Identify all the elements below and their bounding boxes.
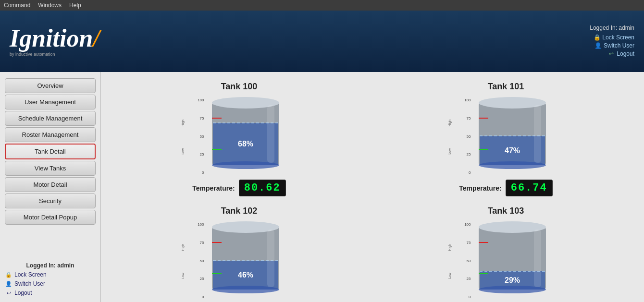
switch-user-label: Switch User [604, 42, 634, 49]
temp-row-1: Temperature:66.74 [459, 180, 552, 196]
logout-label: Logout [617, 50, 634, 57]
logo: Ignition/ by inductive automation [10, 26, 100, 57]
svg-rect-25 [267, 230, 274, 287]
tank-scale-3: 100 75 50 25 0 High Low [461, 220, 471, 299]
main-layout: OverviewUser ManagementSchedule Manageme… [0, 72, 644, 302]
nav-btn-motor-detail-popup[interactable]: Motor Detail Popup [5, 210, 96, 225]
tank-visual-3: 100 75 50 25 0 High Low 29% [461, 220, 551, 299]
content-area: Tank 100 100 75 50 25 0 High Low 68%Temp… [101, 72, 644, 302]
tank-visual-2: 100 75 50 25 0 High Low 46% [195, 220, 284, 299]
logo-slash: / [93, 24, 99, 52]
tank-title-3: Tank 103 [488, 206, 524, 216]
tank-scale-0: 100 75 50 25 0 High Low [195, 96, 204, 175]
svg-text:29%: 29% [504, 276, 520, 284]
svg-text:68%: 68% [237, 140, 253, 148]
sidebar-logout-label: Logout [14, 290, 32, 296]
tank-svg-3: 29% [474, 220, 551, 299]
menu-bar: Command Windows Help [0, 0, 644, 11]
sidebar-switch-user-label: Switch User [14, 280, 45, 287]
user-panel: Logged In: admin 🔒 Lock Screen 👤 Switch … [590, 24, 634, 59]
logo-subtitle: by inductive automation [10, 52, 55, 57]
tank-card-0: Tank 100 100 75 50 25 0 High Low 68%Temp… [115, 82, 363, 196]
temp-label-0: Temperature: [192, 184, 235, 192]
tank-card-3: Tank 103 100 75 50 25 0 High Low 29%Temp… [382, 206, 630, 302]
menu-command[interactable]: Command [4, 2, 30, 9]
svg-text:47%: 47% [504, 146, 520, 155]
nav-btn-view-tanks[interactable]: View Tanks [5, 161, 96, 176]
tank-scale-1: 100 75 50 25 0 High Low [461, 96, 471, 175]
nav-btn-user-management[interactable]: User Management [5, 95, 96, 109]
sidebar-logout[interactable]: ↩ Logout [5, 289, 96, 297]
nav-btn-motor-detail[interactable]: Motor Detail [5, 177, 96, 192]
temp-display-1: 66.74 [506, 180, 553, 196]
svg-rect-34 [534, 230, 541, 287]
logged-in-label: Logged In: admin [590, 24, 634, 31]
lock-screen-button[interactable]: 🔒 Lock Screen [590, 34, 634, 41]
nav-buttons: OverviewUser ManagementSchedule Manageme… [0, 77, 100, 226]
nav-btn-schedule-management[interactable]: Schedule Management [5, 111, 96, 126]
tank-title-1: Tank 101 [488, 82, 524, 92]
sidebar-logout-icon: ↩ [5, 289, 12, 297]
svg-rect-7 [267, 105, 274, 163]
logo-text: Ignition/ [10, 26, 100, 51]
temp-label-1: Temperature: [459, 184, 501, 192]
sidebar-lock-screen[interactable]: 🔒 Lock Screen [5, 271, 96, 278]
tank-svg-0: 68% [207, 96, 284, 175]
tank-svg-1: 47% [474, 96, 551, 175]
switch-user-button[interactable]: 👤 Switch User [590, 42, 634, 49]
sidebar-switch-user[interactable]: 👤 Switch User [5, 280, 96, 288]
nav-btn-security[interactable]: Security [5, 193, 96, 208]
svg-rect-16 [534, 105, 541, 163]
tank-card-1: Tank 101 100 75 50 25 0 High Low 47%Temp… [382, 82, 630, 196]
tank-visual-0: 100 75 50 25 0 High Low 68% [195, 96, 284, 175]
menu-windows[interactable]: Windows [38, 2, 62, 9]
menu-help[interactable]: Help [69, 2, 81, 9]
sidebar-lock-icon: 🔒 [5, 271, 12, 278]
nav-btn-roster-management[interactable]: Roster Management [5, 127, 96, 142]
sidebar-lock-label: Lock Screen [14, 271, 47, 278]
sidebar-logged-label: Logged In: admin [5, 262, 96, 269]
tank-grid: Tank 100 100 75 50 25 0 High Low 68%Temp… [111, 77, 634, 302]
sidebar-footer: Logged In: admin 🔒 Lock Screen 👤 Switch … [0, 258, 100, 302]
header: Ignition/ by inductive automation Logged… [0, 11, 644, 72]
temp-row-0: Temperature:80.62 [192, 180, 285, 196]
tank-visual-1: 100 75 50 25 0 High Low 47% [461, 96, 551, 175]
sidebar-switch-user-icon: 👤 [5, 280, 12, 288]
svg-text:46%: 46% [237, 271, 253, 279]
tank-title-0: Tank 100 [221, 82, 258, 92]
nav-btn-overview[interactable]: Overview [5, 78, 96, 93]
temp-display-0: 80.62 [239, 180, 286, 196]
lock-icon: 🔒 [594, 34, 600, 41]
tank-title-2: Tank 102 [221, 206, 258, 216]
tank-svg-2: 46% [207, 220, 284, 299]
lock-screen-label: Lock Screen [602, 34, 634, 41]
sidebar: OverviewUser ManagementSchedule Manageme… [0, 72, 101, 302]
tank-scale-2: 100 75 50 25 0 High Low [195, 220, 204, 299]
tank-card-2: Tank 102 100 75 50 25 0 High Low 46%Temp… [115, 206, 363, 302]
logout-button[interactable]: ↩ Logout [590, 50, 634, 57]
logout-icon: ↩ [608, 50, 615, 57]
switch-user-icon: 👤 [595, 42, 602, 49]
nav-btn-tank-detail[interactable]: Tank Detail [5, 144, 96, 159]
